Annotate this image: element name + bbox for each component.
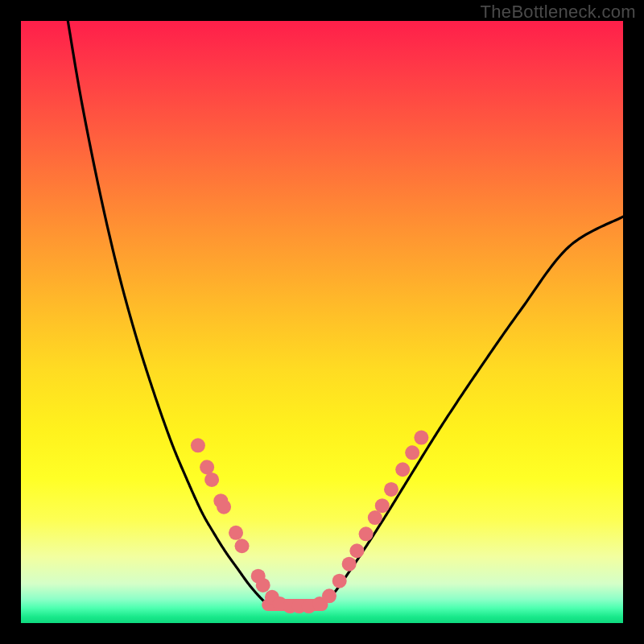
data-point — [368, 510, 382, 525]
watermark-text: TheBottleneck.com — [481, 2, 636, 23]
data-point — [322, 588, 336, 603]
data-point — [235, 539, 250, 553]
data-point — [349, 543, 364, 558]
curve-left-curve — [68, 21, 267, 605]
marker-group — [191, 431, 429, 613]
data-point — [395, 462, 410, 477]
data-point — [204, 473, 219, 487]
data-point — [414, 431, 428, 445]
chart-svg — [21, 21, 623, 623]
data-point — [375, 498, 390, 513]
curve-right-curve — [322, 217, 623, 605]
data-point — [342, 557, 357, 572]
data-point — [217, 500, 231, 514]
chart-frame: TheBottleneck.com — [0, 0, 644, 644]
data-point — [332, 574, 347, 588]
plot-area — [21, 21, 623, 623]
data-point — [200, 460, 214, 474]
curve-group — [68, 21, 623, 605]
data-point — [229, 526, 243, 540]
data-point — [384, 482, 398, 497]
data-point — [405, 445, 419, 460]
data-point — [191, 438, 205, 452]
data-point — [359, 526, 374, 541]
data-point — [256, 578, 270, 592]
